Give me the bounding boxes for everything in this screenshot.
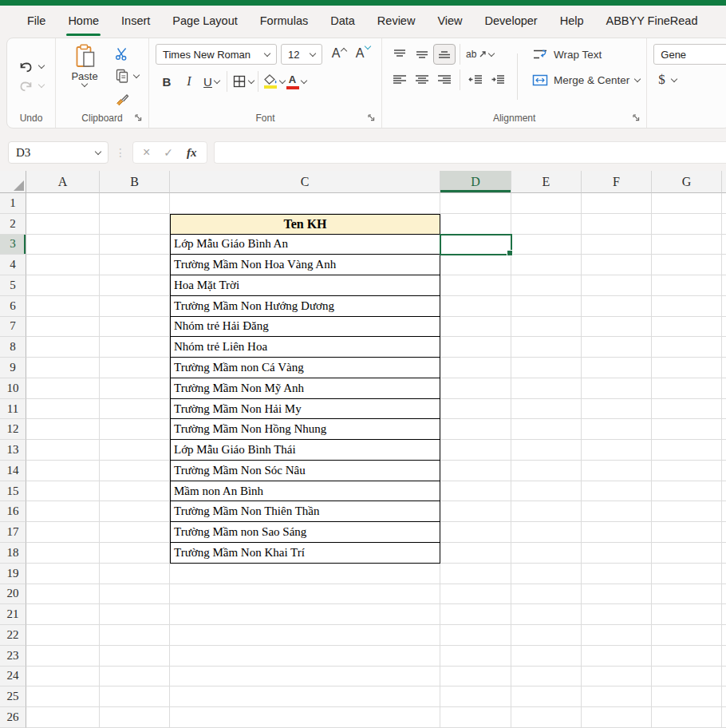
cell-D9[interactable] [440, 358, 511, 378]
cell-F6[interactable] [582, 296, 652, 317]
cell-A2[interactable] [26, 214, 100, 235]
cell-D21[interactable] [440, 604, 511, 625]
orientation-button[interactable]: ab [464, 44, 495, 65]
cell-G23[interactable] [652, 646, 722, 667]
cell-E20[interactable] [511, 584, 582, 605]
cell-partial21[interactable] [722, 604, 726, 625]
cell-G15[interactable] [652, 481, 722, 502]
cell-G16[interactable] [652, 501, 722, 522]
cell-A7[interactable] [26, 317, 100, 338]
tab-home[interactable]: Home [57, 6, 110, 36]
cell-C5[interactable]: Hoa Mặt Trời [170, 275, 440, 296]
cell-G11[interactable] [652, 399, 722, 420]
cell-F1[interactable] [582, 193, 652, 214]
cell-C9[interactable]: Trường Mầm non Cá Vàng [170, 358, 440, 378]
cell-C11[interactable]: Trường Mầm Non Hải My [170, 399, 440, 420]
cell-C8[interactable]: Nhóm trẻ Liên Hoa [170, 337, 440, 358]
cell-D17[interactable] [440, 522, 511, 543]
cell-C18[interactable]: Trường Mầm Non Khai Trí [170, 543, 440, 564]
cell-G10[interactable] [652, 378, 722, 399]
cell-C7[interactable]: Nhóm trẻ Hải Đăng [170, 317, 440, 338]
cell-G9[interactable] [652, 358, 722, 378]
formula-bar-grip[interactable]: ⋮ [115, 146, 126, 159]
row-header-19[interactable]: 19 [0, 564, 26, 584]
cell-E19[interactable] [511, 564, 582, 584]
cell-D26[interactable] [440, 707, 511, 728]
cell-C3[interactable]: Lớp Mẫu Giáo Bình An [170, 235, 440, 255]
orientation-chevron-icon[interactable] [488, 49, 495, 56]
merge-center-chevron-icon[interactable] [634, 75, 641, 81]
cell-E10[interactable] [511, 378, 582, 399]
cell-E6[interactable] [511, 296, 582, 317]
cell-D12[interactable] [440, 419, 511, 440]
align-left-button[interactable] [389, 69, 411, 90]
cell-G13[interactable] [652, 440, 722, 461]
cell-C23[interactable] [170, 646, 440, 667]
redo-menu-chevron-icon[interactable] [38, 81, 45, 88]
cell-G20[interactable] [652, 584, 722, 605]
insert-function-icon[interactable]: fx [187, 146, 197, 160]
cell-B7[interactable] [100, 317, 170, 338]
row-header-5[interactable]: 5 [0, 275, 26, 296]
accounting-chevron-icon[interactable] [671, 75, 677, 81]
row-header-1[interactable]: 1 [0, 193, 26, 214]
align-top-button[interactable] [389, 44, 411, 65]
row-header-13[interactable]: 13 [0, 440, 26, 461]
cell-G4[interactable] [652, 255, 722, 275]
cell-partial23[interactable] [722, 646, 726, 667]
cell-B6[interactable] [100, 296, 170, 317]
cell-B2[interactable] [100, 214, 170, 235]
row-header-21[interactable]: 21 [0, 604, 26, 625]
cell-E4[interactable] [511, 255, 582, 275]
cell-E21[interactable] [511, 604, 582, 625]
cell-B5[interactable] [100, 275, 170, 296]
cell-F17[interactable] [582, 522, 652, 543]
align-right-button[interactable] [433, 69, 456, 90]
cell-E18[interactable] [511, 543, 582, 564]
row-header-22[interactable]: 22 [0, 625, 26, 646]
cell-B4[interactable] [100, 255, 170, 275]
cell-B16[interactable] [100, 501, 170, 522]
cell-D14[interactable] [440, 461, 511, 481]
align-middle-button[interactable] [411, 44, 433, 65]
cell-partial7[interactable] [722, 317, 726, 338]
cell-D3[interactable] [440, 235, 511, 255]
cell-G6[interactable] [652, 296, 722, 317]
row-header-9[interactable]: 9 [0, 358, 26, 378]
cell-D4[interactable] [440, 255, 511, 275]
cell-partial3[interactable] [722, 235, 726, 255]
cell-partial17[interactable] [722, 522, 726, 543]
row-header-14[interactable]: 14 [0, 461, 26, 481]
col-header-A[interactable]: A [26, 171, 100, 193]
cell-partial4[interactable] [722, 255, 726, 275]
cell-F4[interactable] [582, 255, 652, 275]
cell-F18[interactable] [582, 543, 652, 564]
cell-C1[interactable] [170, 193, 440, 214]
cell-A23[interactable] [26, 646, 100, 667]
cell-C25[interactable] [170, 686, 440, 707]
row-header-18[interactable]: 18 [0, 543, 26, 564]
cell-F25[interactable] [582, 686, 652, 707]
cell-D25[interactable] [440, 686, 511, 707]
cell-A15[interactable] [26, 481, 100, 502]
row-header-7[interactable]: 7 [0, 317, 26, 338]
cell-E15[interactable] [511, 481, 582, 502]
cell-A4[interactable] [26, 255, 100, 275]
cell-partial20[interactable] [722, 584, 726, 605]
format-painter-button[interactable] [112, 89, 142, 108]
cell-G8[interactable] [652, 337, 722, 358]
cell-B11[interactable] [100, 399, 170, 420]
cell-G19[interactable] [652, 564, 722, 584]
cell-G18[interactable] [652, 543, 722, 564]
cell-D8[interactable] [440, 337, 511, 358]
cell-A13[interactable] [26, 440, 100, 461]
cell-B21[interactable] [100, 604, 170, 625]
cell-B25[interactable] [100, 686, 170, 707]
cell-C4[interactable]: Trường Mầm Non Hoa Vàng Anh [170, 255, 440, 275]
cell-partial13[interactable] [722, 440, 726, 461]
row-header-24[interactable]: 24 [0, 667, 26, 687]
tab-insert[interactable]: Insert [110, 6, 161, 36]
cell-F26[interactable] [582, 707, 652, 728]
cell-C22[interactable] [170, 625, 440, 646]
cell-D5[interactable] [440, 275, 511, 296]
